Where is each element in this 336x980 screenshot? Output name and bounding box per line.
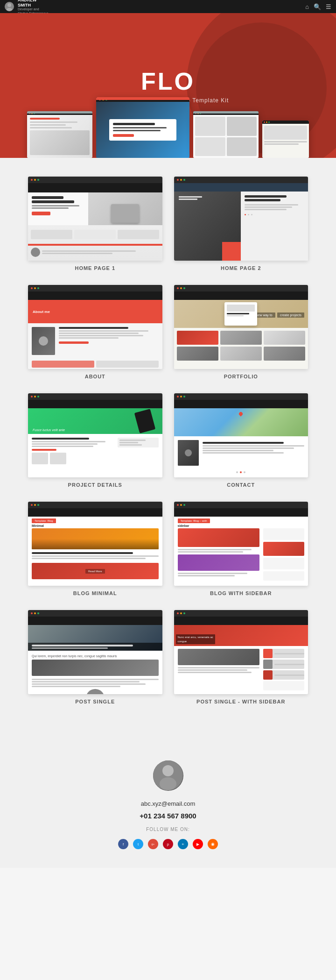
preview-img-h2: [174, 192, 241, 261]
page-label-blog-sidebar: BLOG WITH SIDEBAR: [210, 590, 272, 596]
portfolio-item-2: [220, 331, 262, 345]
preview-header-bm: [28, 508, 162, 517]
page-card-blog-minimal[interactable]: Template: Blog Minimal Read More: [28, 502, 162, 596]
main-content: HOME PAGE 1: [0, 158, 336, 737]
preview-blog-main: [178, 528, 260, 582]
browser-dot-yellow: [34, 179, 36, 181]
pages-row-3: Fusce luctus velit ante: [28, 393, 308, 488]
browser-bar-project: [28, 393, 162, 400]
social-youtube[interactable]: ▶: [193, 839, 203, 849]
bd-g-c: [183, 396, 185, 398]
preview-btn: [32, 212, 50, 215]
pages-row-5: Qui lorem, imperdiet non turpis nec, con…: [28, 610, 308, 704]
preview-project-body: [28, 434, 162, 468]
search-icon[interactable]: 🔍: [314, 3, 321, 10]
page-preview-project[interactable]: Fusce luctus velit ante: [28, 393, 162, 477]
browser-bar-blog-minimal: [28, 502, 162, 508]
page-label-home2: HOME PAGE 2: [221, 265, 261, 271]
page-preview-post-sidebar[interactable]: Nunc erat arcu, venenatis accongue: [174, 610, 308, 694]
preview-hero: [28, 192, 162, 225]
portfolio-item-1: [177, 331, 218, 345]
sidebar-card-4: [263, 571, 304, 581]
preview-header-project: [28, 400, 162, 408]
preview-blog-minimal-body: [28, 549, 162, 563]
preview-about-lines: [59, 327, 159, 355]
preview-content: [174, 192, 308, 261]
page-card-post-sidebar[interactable]: Nunc erat arcu, venenatis accongue: [174, 610, 308, 704]
preview-header-ps: [28, 617, 162, 625]
page-label-blog-minimal: BLOG MINIMAL: [73, 590, 117, 596]
social-google-plus[interactable]: g+: [148, 839, 158, 849]
page-preview-portfolio[interactable]: A new way to create projects: [174, 285, 308, 369]
blog-tag2: Minimal: [28, 524, 162, 528]
svg-point-0: [7, 3, 11, 7]
page-label-project: PROJECT DETAILS: [68, 482, 122, 488]
pages-row-2: About me: [28, 285, 308, 379]
bd-y-a: [34, 287, 36, 289]
portfolio-item-6: [264, 347, 305, 361]
social-rss[interactable]: ◉: [208, 839, 218, 849]
page-preview-home2[interactable]: [174, 177, 308, 261]
page-card-home2[interactable]: HOME PAGE 2: [174, 177, 308, 271]
preview-header-portfolio: [174, 291, 308, 300]
preview-blog-sidebar-col: [263, 528, 304, 582]
portfolio-item-5: [220, 347, 262, 361]
bd-r-a: [31, 287, 33, 289]
preview-about-title: About me: [33, 310, 50, 314]
svg-point-4: [160, 777, 176, 790]
page-card-project[interactable]: Fusce luctus velit ante: [28, 393, 162, 488]
footer: abc.xyz@email.com +01 234 567 8900 Follo…: [0, 737, 336, 868]
page-card-blog-sidebar[interactable]: Template: Blog – with sidebar: [174, 502, 308, 596]
preview-portfolio-grid: [174, 328, 308, 363]
social-pinterest[interactable]: p: [163, 839, 173, 849]
social-linkedin[interactable]: in: [178, 839, 188, 849]
page-card-portfolio[interactable]: A new way to create projects: [174, 285, 308, 379]
page-preview-blog-sidebar[interactable]: Template: Blog – with sidebar: [174, 502, 308, 586]
home-icon[interactable]: ⌂: [305, 3, 309, 10]
preview-post-sidebar-img: [178, 649, 260, 665]
bd-y-c: [180, 396, 182, 398]
page-preview-home1[interactable]: [28, 177, 162, 261]
portfolio-item-4: [177, 347, 218, 361]
page-preview-blog-minimal[interactable]: Template: Blog Minimal Read More: [28, 502, 162, 586]
bd-r-bm: [31, 504, 33, 506]
bd-y-pss: [180, 612, 182, 614]
menu-icon[interactable]: ☰: [326, 3, 331, 10]
preview-hero-ps: [28, 625, 162, 651]
preview-content-post-single: Qui lorem, imperdiet non turpis nec, con…: [28, 617, 162, 694]
page-preview-contact[interactable]: [174, 393, 308, 477]
page-card-post-single[interactable]: Qui lorem, imperdiet non turpis nec, con…: [28, 610, 162, 704]
sidebar-thumb-2: [263, 660, 304, 669]
bd-r-ps: [31, 612, 33, 614]
page-card-home1[interactable]: HOME PAGE 1: [28, 177, 162, 271]
page-card-about[interactable]: About me: [28, 285, 162, 379]
bd-y-ps: [34, 612, 36, 614]
bd-y-bm: [34, 504, 36, 506]
browser-bar-contact: [174, 393, 308, 400]
bd-r-p: [177, 287, 179, 289]
preview-header: [28, 183, 162, 192]
browser-dot-red: [31, 179, 33, 181]
blog-sidebar-tag2: sidebar: [174, 524, 308, 528]
hero-screenshot-main: [96, 97, 189, 158]
bd-g-pss: [183, 612, 185, 614]
browser-dot-yellow-h2: [180, 179, 182, 181]
preview-post-sidebar-main: [178, 649, 260, 690]
social-twitter[interactable]: t: [133, 839, 143, 849]
preview-header-about: [28, 291, 162, 300]
preview-post-sidebar-layout: [174, 646, 308, 693]
page-preview-post-single[interactable]: Qui lorem, imperdiet non turpis nec, con…: [28, 610, 162, 694]
social-facebook[interactable]: f: [118, 839, 128, 849]
preview-left: [28, 192, 88, 225]
sidebar-card-1: [263, 528, 304, 540]
bd-g-p: [183, 287, 185, 289]
preview-content-home2: [174, 183, 308, 261]
browser-dot-green: [37, 179, 39, 181]
post-lorem-text: Qui lorem, imperdiet non turpis nec, con…: [32, 654, 159, 658]
preview-post-sidebar-side: [263, 649, 304, 690]
preview-hero-about: About me: [28, 300, 162, 323]
footer-avatar: [153, 760, 183, 791]
sidebar-thumb-img-1: [263, 649, 273, 658]
page-preview-about[interactable]: About me: [28, 285, 162, 369]
page-card-contact[interactable]: CONTACT: [174, 393, 308, 488]
